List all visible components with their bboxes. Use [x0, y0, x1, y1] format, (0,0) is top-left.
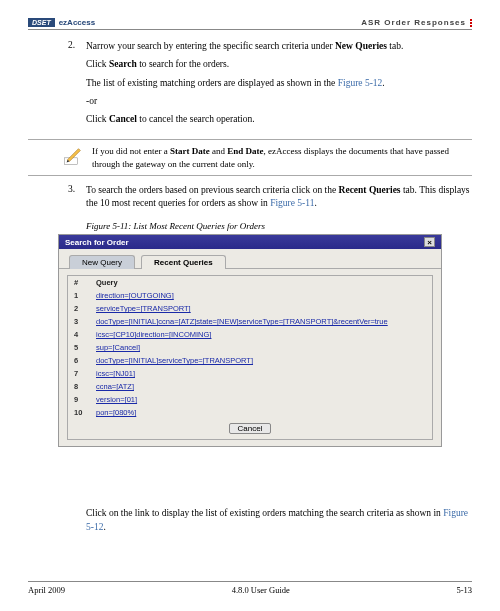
table-row: 10pon=[080%] — [68, 406, 432, 419]
figure-link-5-12[interactable]: Figure 5-12 — [338, 78, 383, 88]
query-link[interactable]: version=[01] — [96, 395, 137, 404]
col-query: Query — [90, 276, 432, 289]
query-link[interactable]: ccna=[ATZ] — [96, 382, 134, 391]
search-for-order-window: Search for Order × New Query Recent Quer… — [58, 234, 442, 447]
table-row: 9version=[01] — [68, 393, 432, 406]
cancel-row: Cancel — [68, 419, 432, 439]
tabs-row: New Query Recent Queries — [59, 249, 441, 269]
step-2: 2. Narrow your search by entering the sp… — [68, 40, 472, 131]
decorative-dots — [470, 19, 472, 27]
col-number: # — [68, 276, 90, 289]
footer-page: 5-13 — [456, 585, 472, 595]
recent-queries-panel: # Query 1direction=[OUTGOING] 2serviceTy… — [67, 275, 433, 440]
table-row: 1direction=[OUTGOING] — [68, 289, 432, 302]
window-title-bar: Search for Order × — [59, 235, 441, 249]
figure-caption: Figure 5-11: List Most Recent Queries fo… — [86, 221, 472, 231]
window-title: Search for Order — [65, 238, 129, 247]
header-section-title: ASR Order Responses — [361, 18, 472, 27]
query-link[interactable]: direction=[OUTGOING] — [96, 291, 174, 300]
logo-text: ezAccess — [59, 18, 95, 27]
tab-recent-queries[interactable]: Recent Queries — [141, 255, 226, 269]
table-row: 3docType=[INITIAL]ccna=[ATZ]state=[NEW]s… — [68, 315, 432, 328]
query-link[interactable]: docType=[INITIAL]ccna=[ATZ]state=[NEW]se… — [96, 317, 388, 326]
step-2-body: Narrow your search by entering the speci… — [86, 40, 472, 131]
note-block: If you did not enter a Start Date and En… — [28, 139, 472, 175]
step-3: 3. To search the orders based on previou… — [68, 184, 472, 216]
figure-link-5-11[interactable]: Figure 5-11 — [270, 198, 314, 208]
after-figure-text: Click on the link to display the list of… — [86, 507, 472, 534]
query-link[interactable]: docType=[INITIAL]serviceType=[TRANSPORT] — [96, 356, 253, 365]
recent-queries-table: # Query 1direction=[OUTGOING] 2serviceTy… — [68, 276, 432, 419]
note-pencil-icon — [62, 145, 84, 167]
table-row: 5sup=[Cancel] — [68, 341, 432, 354]
table-row: 8ccna=[ATZ] — [68, 380, 432, 393]
query-link[interactable]: serviceType=[TRANSPORT] — [96, 304, 191, 313]
table-row: 2serviceType=[TRANSPORT] — [68, 302, 432, 315]
close-icon[interactable]: × — [424, 237, 435, 247]
page-header: DSET ezAccess ASR Order Responses — [28, 18, 472, 27]
query-link[interactable]: pon=[080%] — [96, 408, 136, 417]
step-3-body: To search the orders based on previous s… — [86, 184, 472, 216]
table-row: 4icsc=[CP10]direction=[INCOMING] — [68, 328, 432, 341]
header-rule — [28, 29, 472, 30]
query-link[interactable]: sup=[Cancel] — [96, 343, 140, 352]
logo-group: DSET ezAccess — [28, 18, 95, 27]
query-link[interactable]: icsc=[NJ01] — [96, 369, 135, 378]
query-link[interactable]: icsc=[CP10]direction=[INCOMING] — [96, 330, 211, 339]
step-number: 3. — [68, 184, 86, 216]
note-text: If you did not enter a Start Date and En… — [92, 145, 472, 169]
header-right-text: ASR Order Responses — [361, 18, 466, 27]
page-footer: April 2009 4.8.0 User Guide 5-13 — [28, 581, 472, 595]
footer-title: 4.8.0 User Guide — [232, 585, 290, 595]
cancel-button[interactable]: Cancel — [229, 423, 272, 434]
step-number: 2. — [68, 40, 86, 131]
table-row: 6docType=[INITIAL]serviceType=[TRANSPORT… — [68, 354, 432, 367]
logo-badge: DSET — [28, 18, 55, 27]
footer-date: April 2009 — [28, 585, 65, 595]
tab-new-query[interactable]: New Query — [69, 255, 135, 269]
table-row: 7icsc=[NJ01] — [68, 367, 432, 380]
